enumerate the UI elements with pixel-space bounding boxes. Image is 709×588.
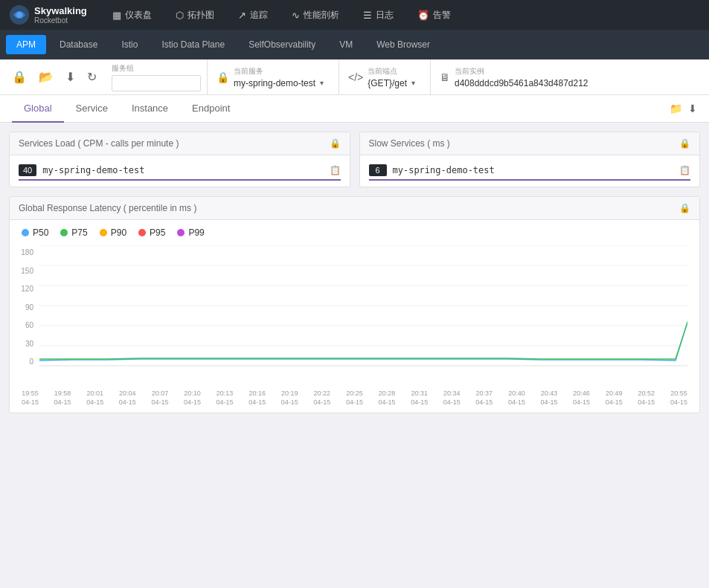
x-label-12: 20:31 04-15 (411, 390, 428, 407)
toolbar: 🔒 📂 ⬇ ↻ 服务组 🔒 当前服务 my-spring-demo-test ▾… (0, 59, 709, 95)
y-label-120: 120 (10, 285, 33, 293)
legend-p50: P50 (22, 227, 48, 238)
legend-p50-label: P50 (33, 227, 48, 238)
profiling-icon: ∿ (292, 10, 300, 21)
tabs-row: Global Service Instance Endpoint 📁 ⬇ (0, 95, 709, 123)
topology-icon: ⬡ (176, 10, 184, 21)
y-label-30: 30 (10, 340, 33, 348)
chart-svg (39, 245, 687, 387)
endpoint-dropdown-icon: ▾ (411, 79, 415, 87)
trace-icon: ↗ (238, 10, 246, 21)
nav-istio[interactable]: Istio (111, 35, 148, 54)
nav-trace[interactable]: ↗ 追踪 (228, 4, 278, 26)
x-label-7: 20:16 04-15 (248, 390, 266, 407)
services-load-header: Services Load ( CPM - calls per minute )… (10, 132, 350, 155)
x-label-9: 20:22 04-15 (313, 390, 330, 407)
tab-download-icon[interactable]: ⬇ (688, 103, 697, 114)
services-load-panel: Services Load ( CPM - calls per minute )… (9, 132, 350, 187)
current-service-value: my-spring-demo-test (234, 78, 315, 88)
nav-profiling[interactable]: ∿ 性能剖析 (281, 4, 350, 26)
current-instance-value: d408dddcd9b5461a843d487d212 (455, 78, 588, 88)
nav-self-observability[interactable]: SelfObservability (238, 35, 326, 54)
endpoint-selector[interactable]: {GET}/get ▾ (368, 78, 415, 88)
endpoint-selector-content: 当前端点 {GET}/get ▾ (368, 66, 415, 88)
y-label-0: 0 (10, 358, 33, 366)
y-label-180: 180 (10, 248, 33, 256)
nav-apm[interactable]: APM (6, 35, 46, 54)
slow-services-lock-icon: 🔒 (679, 138, 690, 149)
slow-services-panel: Slow Services ( ms ) 🔒 6 my-spring-demo-… (359, 132, 701, 187)
top-navigation: Skywalking Rocketbot ▦ 仪表盘 ⬡ 拓扑图 ↗ 追踪 ∿ … (0, 0, 709, 30)
service-load-copy-icon[interactable]: 📋 (330, 165, 341, 175)
tab-global[interactable]: Global (12, 95, 64, 123)
svg-point-1 (16, 12, 22, 18)
x-label-14: 20:37 04-15 (475, 390, 493, 407)
legend-p90-label: P90 (111, 227, 126, 238)
x-label-15: 20:40 04-15 (508, 390, 525, 407)
instance-selector-content: 当前实例 d408dddcd9b5461a843d487d212 (455, 66, 588, 88)
y-label-150: 150 (10, 267, 33, 275)
x-label-11: 20:28 04-15 (379, 390, 396, 407)
refresh-icon[interactable]: ↻ (84, 67, 100, 87)
tab-endpoint[interactable]: Endpoint (180, 95, 242, 123)
slow-services-header: Slow Services ( ms ) 🔒 (360, 132, 700, 155)
nav-vm[interactable]: VM (329, 35, 363, 54)
alarm-icon: ⏰ (417, 10, 429, 21)
service-selector-content: 当前服务 my-spring-demo-test ▾ (234, 66, 324, 88)
service-dropdown-icon: ▾ (320, 79, 324, 87)
download-icon[interactable]: ⬇ (62, 67, 78, 87)
x-axis-labels: 19:55 04-15 19:58 04-15 20:01 04-15 20:0… (10, 387, 699, 413)
chart-lock-icon: 🔒 (679, 203, 690, 213)
tab-service[interactable]: Service (64, 95, 120, 123)
instance-selector[interactable]: d408dddcd9b5461a843d487d212 (455, 78, 588, 88)
x-label-8: 20:19 04-15 (281, 390, 298, 407)
nav-web-browser[interactable]: Web Browser (366, 35, 440, 54)
chart-title: Global Response Latency ( percentile in … (19, 203, 196, 213)
legend-p75-label: P75 (71, 227, 87, 238)
services-load-lock-icon: 🔒 (330, 138, 341, 149)
nav-alarm[interactable]: ⏰ 告警 (407, 4, 461, 26)
x-label-19: 20:52 04-15 (638, 390, 655, 407)
legend-p99: P99 (177, 227, 204, 238)
x-label-20: 20:55 04-15 (670, 390, 687, 407)
nav-topology[interactable]: ⬡ 拓扑图 (165, 4, 225, 26)
service-group-input[interactable] (112, 75, 201, 91)
legend-p50-dot (22, 229, 29, 236)
services-load-title: Services Load ( CPM - calls per minute ) (19, 138, 179, 149)
x-label-17: 20:46 04-15 (573, 390, 590, 407)
nav-database[interactable]: Database (49, 35, 108, 54)
log-icon: ☰ (363, 10, 372, 21)
services-load-content: 40 my-spring-demo-test 📋 (10, 155, 350, 187)
second-navigation: APM Database Istio Istio Data Plane Self… (0, 30, 709, 59)
x-label-1: 19:58 04-15 (54, 390, 71, 407)
folder-icon[interactable]: 📂 (36, 67, 57, 87)
nav-dashboard[interactable]: ▦ 仪表盘 (102, 4, 162, 26)
y-label-60: 60 (10, 321, 33, 329)
current-instance-section: 🖥 当前实例 d408dddcd9b5461a843d487d212 (430, 59, 597, 94)
slow-service-name: my-spring-demo-test (393, 165, 495, 175)
x-label-6: 20:13 04-15 (216, 390, 234, 407)
slow-service-copy-icon[interactable]: 📋 (679, 165, 690, 175)
tabs-actions: 📁 ⬇ (670, 103, 697, 114)
current-endpoint-value: {GET}/get (368, 78, 407, 88)
tab-folder-icon[interactable]: 📁 (670, 103, 682, 114)
service-load-badge: 40 (19, 164, 36, 176)
current-endpoint-label: 当前端点 (368, 66, 415, 77)
current-service-label: 当前服务 (234, 66, 324, 77)
nav-log[interactable]: ☰ 日志 (353, 4, 404, 26)
lock-toolbar-icon[interactable]: 🔒 (9, 67, 30, 87)
instance-icon: 🖥 (440, 71, 450, 83)
tab-instance[interactable]: Instance (120, 95, 180, 123)
panels-row: Services Load ( CPM - calls per minute )… (9, 132, 700, 187)
service-selector[interactable]: my-spring-demo-test ▾ (234, 78, 324, 88)
x-label-3: 20:04 04-15 (119, 390, 136, 407)
slow-service-badge: 6 (369, 164, 387, 176)
legend-p75-dot (60, 229, 68, 236)
nav-istio-data-plane[interactable]: Istio Data Plane (151, 35, 235, 54)
endpoint-code-icon: </> (348, 71, 363, 83)
logo: Skywalking Rocketbot (9, 4, 87, 25)
slow-services-title: Slow Services ( ms ) (369, 138, 450, 149)
legend-p95-dot (138, 229, 146, 236)
x-label-18: 20:49 04-15 (606, 390, 623, 407)
legend-p99-label: P99 (188, 227, 204, 238)
